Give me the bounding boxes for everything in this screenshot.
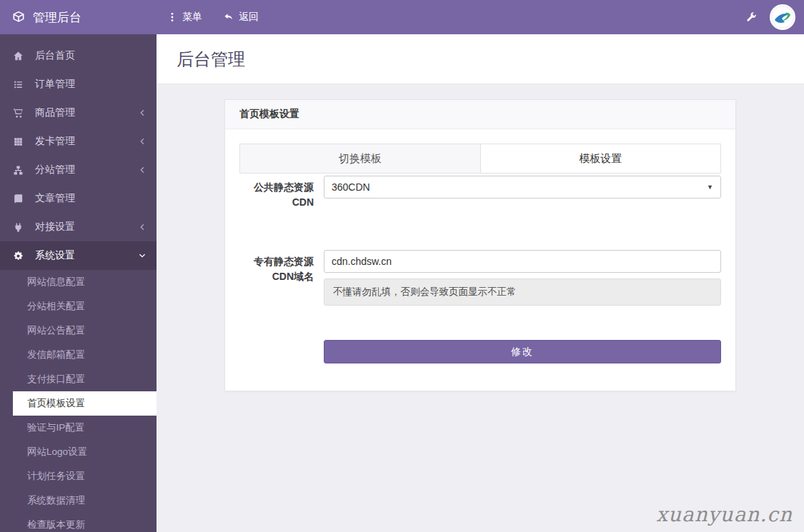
caret-down-icon: ▼ <box>707 184 713 191</box>
sidebar-item-label: 发卡管理 <box>35 135 138 148</box>
sidebar-item-integration[interactable]: 对接设置 <box>0 213 157 241</box>
sidebar-item-card-issuing[interactable]: 发卡管理 <box>0 127 157 156</box>
sidebar-item-label: 系统设置 <box>35 249 138 262</box>
topbar: 管理后台 菜单 返回 <box>0 0 804 34</box>
sidebar-item-orders[interactable]: 订单管理 <box>0 70 157 99</box>
reply-arrow-icon <box>224 12 234 22</box>
sidebar-subitem[interactable]: 计划任务设置 <box>0 464 157 488</box>
sidebar-item-articles[interactable]: 文章管理 <box>0 184 157 213</box>
chevron-down-icon <box>138 251 147 260</box>
back-link[interactable]: 返回 <box>213 0 269 34</box>
sidebar-subitem[interactable]: 首页模板设置 <box>13 391 157 416</box>
menu-toggle-label: 菜单 <box>182 11 202 24</box>
cdn-select[interactable]: 360CDN ▼ <box>324 176 721 199</box>
list-icon <box>13 79 27 90</box>
sidebar-item-substations[interactable]: 分站管理 <box>0 156 157 184</box>
domain-input-label: 专有静态资源CDN域名 <box>239 250 324 284</box>
topbar-right <box>745 4 804 30</box>
sidebar-item-dashboard[interactable]: 后台首页 <box>0 41 157 70</box>
page-title: 后台管理 <box>177 48 245 71</box>
tab-template-settings[interactable]: 模板设置 <box>481 144 722 174</box>
sidebar-subitem[interactable]: 网站信息配置 <box>0 270 157 294</box>
card-header: 首页模板设置 <box>225 100 735 129</box>
brand-title: 管理后台 <box>33 9 81 26</box>
watermark: xuanyuan.cn <box>656 503 793 526</box>
sidebar-subitem[interactable]: 验证与IP配置 <box>0 416 157 440</box>
submit-button[interactable]: 修改 <box>324 340 721 363</box>
book-icon <box>13 194 27 204</box>
sidebar-item-label: 对接设置 <box>35 221 138 234</box>
sidebar-subitem[interactable]: 分站相关配置 <box>0 294 157 318</box>
content: 首页模板设置 切换模板模板设置 公共静态资源CDN 360CDN ▼ 专有静态资… <box>157 84 804 391</box>
vertical-dots-icon <box>167 12 177 22</box>
card-body: 切换模板模板设置 公共静态资源CDN 360CDN ▼ 专有静态资源CDN域名 <box>225 129 735 391</box>
sidebar-item-label: 后台首页 <box>35 49 147 62</box>
sidebar: 后台首页订单管理商品管理发卡管理分站管理文章管理对接设置系统设置 网站信息配置分… <box>0 34 157 532</box>
tab-switch-template[interactable]: 切换模板 <box>239 144 481 174</box>
plug-icon <box>13 222 27 233</box>
sitemap-icon <box>13 165 27 176</box>
wrench-icon[interactable] <box>745 11 757 23</box>
tabs: 切换模板模板设置 <box>239 144 721 174</box>
brand[interactable]: 管理后台 <box>0 9 157 26</box>
cart-icon <box>13 108 27 119</box>
settings-card: 首页模板设置 切换模板模板设置 公共静态资源CDN 360CDN ▼ 专有静态资… <box>224 99 736 391</box>
sidebar-item-system-settings[interactable]: 系统设置 <box>0 241 157 270</box>
sidebar-item-label: 订单管理 <box>35 78 147 91</box>
sidebar-submenu: 网站信息配置分站相关配置网站公告配置发信邮箱配置支付接口配置首页模板设置验证与I… <box>0 270 157 532</box>
form-row-domain: 专有静态资源CDN域名 不懂请勿乱填，否则会导致页面显示不正常 <box>239 250 721 306</box>
chevron-left-icon <box>138 166 147 174</box>
main: 后台管理 首页模板设置 切换模板模板设置 公共静态资源CDN 360CDN ▼ … <box>157 34 804 532</box>
grid-icon <box>13 136 27 147</box>
cdn-domain-input[interactable] <box>324 250 721 273</box>
cube-icon <box>11 10 26 24</box>
sidebar-subitem[interactable]: 网站Logo设置 <box>0 440 157 464</box>
domain-help-text: 不懂请勿乱填，否则会导致页面显示不正常 <box>324 278 721 306</box>
chevron-left-icon <box>138 223 147 231</box>
sidebar-item-label: 分站管理 <box>35 164 138 176</box>
page-header: 后台管理 <box>157 34 804 84</box>
form-row-cdn: 公共静态资源CDN 360CDN ▼ <box>239 176 721 210</box>
chevron-left-icon <box>138 109 147 117</box>
sidebar-nav: 后台首页订单管理商品管理发卡管理分站管理文章管理对接设置系统设置 <box>0 34 157 270</box>
button-row: 修改 <box>239 340 721 363</box>
cdn-select-label: 公共静态资源CDN <box>239 176 324 210</box>
menu-toggle[interactable]: 菜单 <box>157 0 213 34</box>
home-icon <box>13 51 27 61</box>
sidebar-item-products[interactable]: 商品管理 <box>0 99 157 127</box>
topnav: 菜单 返回 <box>157 0 269 34</box>
sidebar-subitem[interactable]: 系统数据清理 <box>0 488 157 513</box>
sidebar-subitem[interactable]: 发信邮箱配置 <box>0 343 157 367</box>
sidebar-item-label: 文章管理 <box>35 192 147 205</box>
chevron-left-icon <box>138 137 147 146</box>
sidebar-subitem[interactable]: 网站公告配置 <box>0 318 157 343</box>
cdn-select-value: 360CDN <box>332 181 370 193</box>
avatar[interactable] <box>770 4 795 30</box>
sidebar-item-label: 商品管理 <box>35 106 138 119</box>
sidebar-subitem[interactable]: 检查版本更新 <box>0 513 157 532</box>
gear-icon <box>13 251 27 261</box>
avatar-logo <box>772 6 793 28</box>
sidebar-subitem[interactable]: 支付接口配置 <box>0 367 157 391</box>
back-link-label: 返回 <box>239 11 259 24</box>
